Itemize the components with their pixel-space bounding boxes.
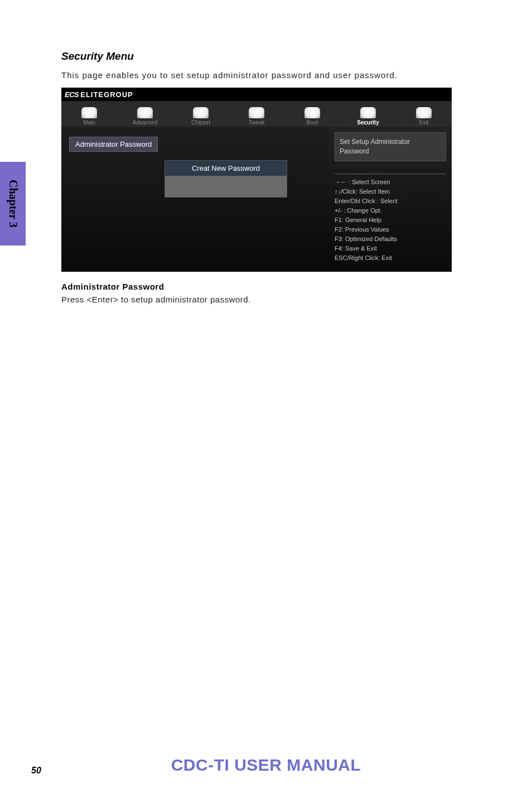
tab-main[interactable]: Main bbox=[61, 101, 117, 127]
legend-line: +/- : Change Opt. bbox=[335, 206, 446, 215]
tab-tweak[interactable]: Tweak bbox=[229, 101, 284, 127]
footer-title: CDC-TI USER MANUAL bbox=[171, 756, 361, 775]
legend-line: F2: Previous Values bbox=[335, 225, 446, 234]
dialog-title: Creat New Password bbox=[165, 161, 287, 176]
legend-line: ESC/Right Click: Exit bbox=[335, 253, 446, 263]
field-heading: Administrator Password bbox=[61, 282, 476, 291]
tab-label: Chipset bbox=[191, 119, 210, 126]
brand-logo: ECS bbox=[65, 90, 79, 99]
home-icon bbox=[81, 107, 97, 118]
legend-box: →← : Select Screen ↑↓/Click: Select Item… bbox=[335, 174, 446, 263]
bios-brand-bar: ECS ELITEGROUP bbox=[61, 88, 452, 101]
tab-label: Main bbox=[83, 119, 95, 126]
legend-line: F1: General Help bbox=[335, 215, 446, 225]
chapter-label: Chapter 3 bbox=[7, 180, 20, 228]
tab-chipset[interactable]: Chipset bbox=[173, 101, 229, 127]
administrator-password-item[interactable]: Administrator Password bbox=[69, 137, 158, 152]
legend-line: F4: Save & Exit bbox=[335, 244, 446, 253]
legend-line: →← : Select Screen bbox=[335, 177, 446, 187]
page-number: 50 bbox=[31, 766, 41, 776]
bios-right-panel: Set Setup Administrator Password →← : Se… bbox=[329, 127, 452, 272]
intro-text: This page enables you to set setup admin… bbox=[61, 70, 476, 80]
bios-screenshot: ECS ELITEGROUP Main Advanced Chipset Twe… bbox=[61, 88, 452, 272]
tab-exit[interactable]: Exit bbox=[396, 101, 452, 127]
chip-icon bbox=[193, 107, 209, 118]
chapter-tab: Chapter 3 bbox=[0, 162, 26, 246]
tab-security[interactable]: Security bbox=[340, 101, 396, 127]
tab-label: Boot bbox=[307, 119, 318, 126]
field-description: Press <Enter> to setup administrator pas… bbox=[61, 295, 476, 304]
tools-icon bbox=[137, 107, 153, 118]
help-box: Set Setup Administrator Password bbox=[335, 132, 446, 161]
gauge-icon bbox=[249, 107, 264, 118]
tab-advanced[interactable]: Advanced bbox=[117, 101, 173, 127]
info-icon bbox=[360, 107, 376, 118]
bios-body: Administrator Password Creat New Passwor… bbox=[61, 127, 452, 272]
bios-tabs: Main Advanced Chipset Tweak Boot Securit… bbox=[61, 101, 452, 127]
legend-line: Enter/Dbl Click : Select bbox=[335, 196, 446, 206]
power-icon bbox=[304, 107, 320, 118]
create-password-dialog: Creat New Password bbox=[165, 160, 287, 198]
section-title: Security Menu bbox=[61, 50, 476, 63]
legend-line: ↑↓/Click: Select Item bbox=[335, 187, 446, 196]
password-input[interactable] bbox=[165, 176, 287, 197]
tab-label: Exit bbox=[419, 119, 429, 126]
tab-label: Tweak bbox=[249, 119, 265, 126]
tab-boot[interactable]: Boot bbox=[284, 101, 340, 127]
tab-label: Advanced bbox=[133, 119, 157, 126]
legend-line: F3: Optimized Defaults bbox=[335, 234, 446, 244]
brand-name: ELITEGROUP bbox=[80, 90, 133, 99]
bios-left-panel: Administrator Password Creat New Passwor… bbox=[61, 127, 329, 272]
exit-icon bbox=[416, 107, 432, 118]
tab-label: Security bbox=[357, 119, 379, 126]
